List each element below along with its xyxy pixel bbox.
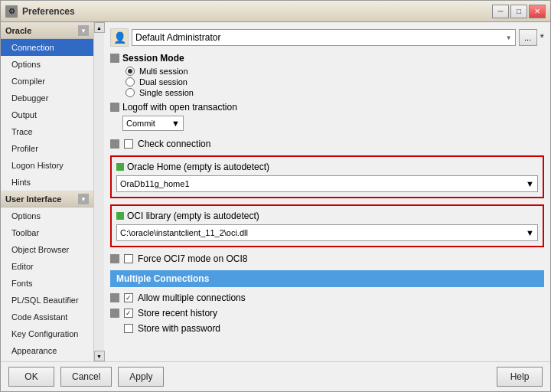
help-button[interactable]: Help (497, 367, 543, 387)
close-button[interactable]: ✕ (529, 5, 546, 18)
check-connection-checkbox[interactable] (124, 139, 133, 149)
radio-dual-session[interactable]: Dual session (126, 77, 544, 87)
sidebar-item-logon-history[interactable]: Logon History (1, 157, 93, 174)
oci-library-dropdown[interactable]: C:\oracle\instantclient_11_2\oci.dll ▼ (116, 224, 538, 241)
sidebar-inner: Oracle ▼ Connection Options Compiler Deb… (1, 22, 93, 361)
oracle-section-arrow[interactable]: ▼ (78, 25, 89, 36)
title-bar-buttons: ─ □ ✕ (492, 5, 546, 18)
logoff-section: Logoff with open transaction Commit ▼ (110, 102, 544, 131)
preferences-window: ⚙ Preferences ─ □ ✕ Oracle ▼ Connection … (0, 0, 551, 392)
store-password-checkbox[interactable] (124, 324, 133, 333)
asterisk-label: * (540, 31, 544, 44)
sidebar-item-ui-options[interactable]: Options (1, 207, 93, 224)
maximize-button[interactable]: □ (510, 5, 527, 18)
radio-multi-session[interactable]: Multi session (126, 67, 544, 76)
session-mode-icon (110, 54, 119, 63)
sidebar-item-trace[interactable]: Trace (1, 123, 93, 140)
allow-multiple-checkbox[interactable] (124, 293, 133, 302)
allow-multiple-row: Allow multiple connections (110, 292, 544, 303)
sidebar-scrollbar[interactable]: ▲ ▼ (93, 22, 104, 361)
logoff-dropdown[interactable]: Commit ▼ (122, 116, 184, 131)
multiple-connections-bar: Multiple Connections (110, 270, 544, 287)
logoff-dropdown-arrow-icon: ▼ (171, 119, 180, 128)
sidebar-section-ui[interactable]: User Interface ▼ (1, 191, 93, 207)
sidebar-item-code-assistant[interactable]: Code Assistant (1, 309, 93, 325)
radio-single-session-circle[interactable] (126, 88, 135, 97)
admin-dropdown[interactable]: Default Administrator ▼ (132, 29, 516, 46)
sidebar-item-debugger[interactable]: Debugger (1, 90, 93, 106)
radio-dual-session-circle[interactable] (126, 77, 135, 87)
admin-icon: 👤 (110, 28, 129, 47)
title-bar: ⚙ Preferences ─ □ ✕ (1, 1, 550, 22)
cancel-button[interactable]: Cancel (60, 367, 112, 387)
store-password-spacer (110, 324, 119, 333)
session-mode-title: Session Mode (122, 53, 184, 64)
sidebar-section-oracle[interactable]: Oracle ▼ (1, 22, 93, 39)
oci-library-label-row: OCI library (empty is autodetect) (116, 211, 538, 221)
sidebar-item-profiler[interactable]: Profiler (1, 140, 93, 157)
oracle-home-green-icon (116, 163, 124, 171)
sidebar-item-object-browser[interactable]: Object Browser (1, 241, 93, 258)
session-mode-section: Session Mode Multi session Dual session … (110, 53, 544, 97)
store-password-row: Store with password (110, 323, 544, 334)
oci-library-green-icon (116, 212, 124, 220)
logoff-header: Logoff with open transaction (110, 102, 544, 113)
oci-library-section: OCI library (empty is autodetect) C:\ora… (110, 204, 544, 247)
scroll-down-button[interactable]: ▼ (94, 351, 105, 361)
session-mode-header: Session Mode (110, 53, 544, 64)
oracle-home-dropdown-arrow-icon: ▼ (526, 179, 534, 188)
radio-single-session[interactable]: Single session (126, 88, 544, 97)
sidebar-item-plsql-beautifier[interactable]: PL/SQL Beautifier (1, 292, 93, 309)
sidebar-item-fonts[interactable]: Fonts (1, 275, 93, 292)
sidebar-item-compiler[interactable]: Compiler (1, 73, 93, 90)
top-bar: 👤 Default Administrator ▼ ... * (110, 28, 544, 47)
radio-multi-session-circle[interactable] (126, 67, 135, 76)
sidebar-item-options[interactable]: Options (1, 56, 93, 73)
logoff-label: Logoff with open transaction (122, 102, 237, 113)
force-oci7-label: Force OCI7 mode on OCI8 (138, 253, 247, 264)
ok-button[interactable]: OK (8, 367, 54, 387)
oracle-home-label-row: Oracle Home (empty is autodetect) (116, 162, 538, 172)
oracle-home-section: Oracle Home (empty is autodetect) OraDb1… (110, 155, 544, 198)
check-connection-label: Check connection (138, 139, 210, 149)
oracle-home-dropdown[interactable]: OraDb11g_home1 ▼ (116, 175, 538, 192)
minimize-button[interactable]: ─ (492, 5, 509, 18)
sidebar-item-toolbar[interactable]: Toolbar (1, 224, 93, 241)
force-oci7-checkbox[interactable] (124, 254, 133, 263)
check-connection-icon (110, 139, 119, 149)
apply-button[interactable]: Apply (118, 367, 164, 387)
store-recent-checkbox[interactable] (124, 309, 133, 318)
scroll-up-button[interactable]: ▲ (94, 22, 105, 33)
check-connection-row: Check connection (110, 139, 544, 149)
sidebar: Oracle ▼ Connection Options Compiler Deb… (1, 22, 104, 361)
content-area: Oracle ▼ Connection Options Compiler Deb… (1, 22, 550, 361)
window-icon: ⚙ (5, 5, 18, 18)
sidebar-item-key-configuration[interactable]: Key Configuration (1, 325, 93, 342)
window-title: Preferences (22, 6, 492, 17)
ui-section-arrow[interactable]: ▼ (78, 194, 89, 204)
scroll-track (94, 33, 104, 351)
sidebar-item-hints[interactable]: Hints (1, 174, 93, 191)
store-recent-row: Store recent history (110, 308, 544, 318)
bottom-bar: OK Cancel Apply Help (1, 361, 550, 391)
ellipsis-button[interactable]: ... (519, 29, 537, 46)
oci-library-label: OCI library (empty is autodetect) (127, 211, 259, 221)
force-oci7-row: Force OCI7 mode on OCI8 (110, 253, 544, 264)
store-recent-label: Store recent history (138, 308, 217, 318)
force-oci7-icon (110, 254, 119, 263)
allow-multiple-label: Allow multiple connections (138, 292, 246, 303)
allow-multiple-icon (110, 293, 119, 302)
main-panel: 👤 Default Administrator ▼ ... * Session … (104, 22, 550, 361)
sidebar-item-appearance[interactable]: Appearance (1, 342, 93, 359)
store-recent-icon (110, 309, 119, 318)
sidebar-item-output[interactable]: Output (1, 106, 93, 123)
oracle-home-label: Oracle Home (empty is autodetect) (127, 162, 269, 172)
session-mode-radio-group: Multi session Dual session Single sessio… (126, 67, 544, 97)
sidebar-item-connection[interactable]: Connection (1, 39, 93, 56)
sidebar-item-editor[interactable]: Editor (1, 258, 93, 275)
logoff-icon (110, 103, 119, 112)
dropdown-arrow-icon: ▼ (506, 34, 512, 41)
store-password-label: Store with password (138, 323, 220, 334)
oci-library-dropdown-arrow-icon: ▼ (526, 228, 534, 237)
